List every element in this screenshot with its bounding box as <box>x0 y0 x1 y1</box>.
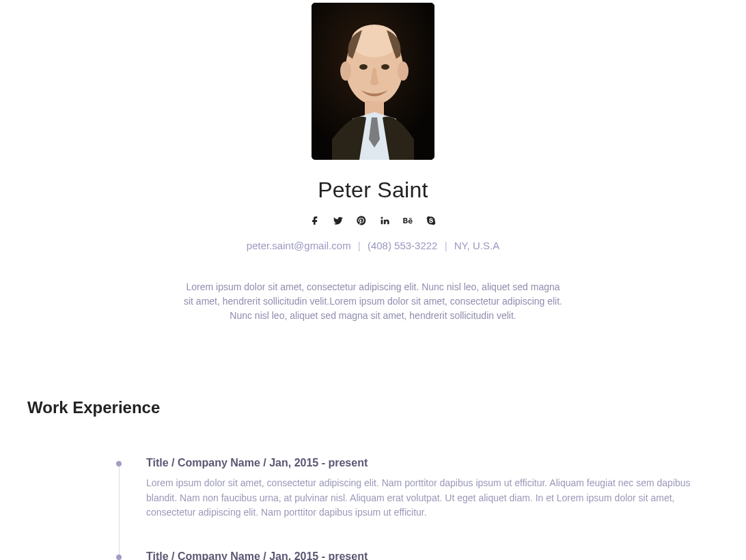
email-link[interactable]: peter.saint@gmail.com <box>247 240 351 251</box>
phone-link[interactable]: (408) 553-3222 <box>368 240 438 251</box>
timeline-item: Title / Company Name / Jan, 2015 - prese… <box>116 550 719 560</box>
location-text: NY, U.S.A <box>454 240 499 251</box>
bio-text: Lorem ipsum dolor sit amet, consectetur … <box>182 280 564 323</box>
skype-icon[interactable] <box>426 215 437 226</box>
section-work-experience: Work Experience Title / Company Name / J… <box>27 398 719 560</box>
timeline-item: Title / Company Name / Jan, 2015 - prese… <box>116 457 719 550</box>
social-links <box>27 215 719 226</box>
job-description: Lorem ipsum dolor sit amet, consectetur … <box>146 476 719 520</box>
job-title: Title / Company Name / Jan, 2015 - prese… <box>146 550 719 560</box>
contact-line: peter.saint@gmail.com | (408) 553-3222 |… <box>27 240 719 251</box>
job-title: Title / Company Name / Jan, 2015 - prese… <box>146 457 719 469</box>
svg-point-5 <box>398 61 409 81</box>
twitter-icon[interactable] <box>333 215 344 226</box>
profile-name: Peter Saint <box>27 178 719 203</box>
facebook-icon[interactable] <box>309 215 320 226</box>
profile-header: Peter Saint peter.saint@gmail.com <box>27 0 719 323</box>
behance-icon[interactable] <box>402 215 413 226</box>
svg-point-7 <box>381 64 389 70</box>
pinterest-icon[interactable] <box>356 215 367 226</box>
avatar <box>312 3 434 160</box>
timeline: Title / Company Name / Jan, 2015 - prese… <box>116 457 719 560</box>
linkedin-icon[interactable] <box>379 215 390 226</box>
svg-point-6 <box>359 64 368 70</box>
section-heading-work-experience: Work Experience <box>27 398 719 417</box>
svg-point-4 <box>340 61 351 81</box>
